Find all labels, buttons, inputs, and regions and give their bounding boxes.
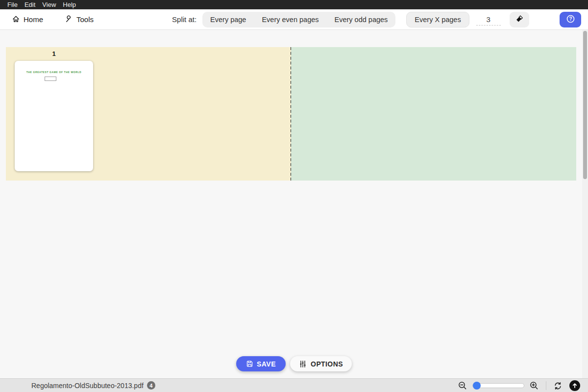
nav-tools[interactable]: Tools xyxy=(60,12,98,27)
zoom-slider[interactable] xyxy=(472,383,524,388)
page-thumbnail[interactable]: THE GREATEST GAME OF THE WORLD xyxy=(15,61,93,171)
split-group-background xyxy=(291,47,576,181)
split-every-page[interactable]: Every page xyxy=(202,12,254,27)
house-icon xyxy=(12,15,20,25)
split-every-even[interactable]: Every even pages xyxy=(254,12,326,27)
cover-tagline: THE GREATEST GAME OF THE WORLD xyxy=(15,71,93,74)
floppy-icon xyxy=(246,360,253,367)
toolbar: Home Tools Split at: Every page Every ev… xyxy=(0,9,588,30)
zoom-in-icon[interactable] xyxy=(529,381,539,391)
divider xyxy=(546,381,546,390)
eraser-icon xyxy=(514,14,524,25)
page-grid: 1THE GREATEST GAME OF THE WORLD xyxy=(0,30,588,378)
zoom-out-icon[interactable] xyxy=(458,381,467,391)
save-button[interactable]: SAVE xyxy=(236,356,286,371)
clear-splits-button[interactable] xyxy=(510,12,529,27)
vertical-scrollbar[interactable] xyxy=(582,30,588,378)
nav-home-label: Home xyxy=(24,15,43,24)
menu-view[interactable]: View xyxy=(39,1,59,8)
file-tab[interactable]: Regolamento-OldSubbuteo-2013.pdf 4 xyxy=(31,381,155,390)
nav-tools-label: Tools xyxy=(76,15,94,24)
split-count-badge: 4 xyxy=(147,381,155,390)
zoom-controls xyxy=(458,379,588,392)
split-mode-group: Every page Every even pages Every odd pa… xyxy=(202,12,395,27)
scrollbar-thumb[interactable] xyxy=(583,31,587,179)
menu-help[interactable]: Help xyxy=(59,1,79,8)
options-button[interactable]: OPTIONS xyxy=(290,356,352,371)
split-x-input[interactable] xyxy=(476,13,501,26)
page-number: 1 xyxy=(39,50,69,57)
wrench-icon xyxy=(65,15,73,25)
refresh-icon[interactable] xyxy=(553,381,563,391)
menu-edit[interactable]: Edit xyxy=(21,1,39,8)
nav-home[interactable]: Home xyxy=(7,12,48,27)
scroll-top-button[interactable] xyxy=(569,380,580,391)
menu-file[interactable]: File xyxy=(4,1,21,8)
options-button-label: OPTIONS xyxy=(311,360,343,368)
split-every-odd[interactable]: Every odd pages xyxy=(327,12,396,27)
figure-hat xyxy=(45,77,56,81)
zoom-slider-thumb[interactable] xyxy=(473,382,481,390)
filename: Regolamento-OldSubbuteo-2013.pdf xyxy=(31,382,144,390)
status-bar: Regolamento-OldSubbuteo-2013.pdf 4 xyxy=(0,378,588,392)
menu-bar: File Edit View Help xyxy=(0,0,588,9)
svg-text:?: ? xyxy=(569,16,572,22)
help-button[interactable]: ? xyxy=(560,12,581,27)
split-every-x[interactable]: Every X pages xyxy=(406,12,469,27)
question-icon: ? xyxy=(566,14,575,26)
arrow-up-icon xyxy=(572,383,578,389)
save-button-label: SAVE xyxy=(257,360,276,368)
split-at-label: Split at: xyxy=(172,15,196,24)
sliders-icon xyxy=(299,360,307,368)
